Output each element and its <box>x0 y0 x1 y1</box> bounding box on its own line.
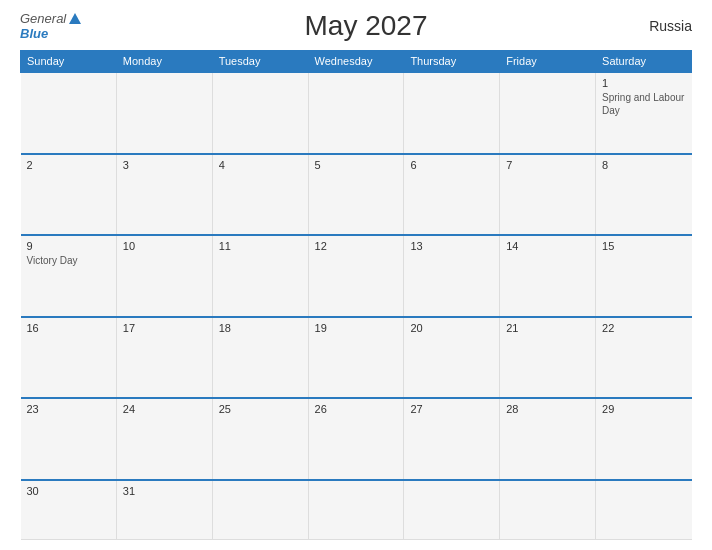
calendar-day-cell <box>596 480 692 540</box>
day-number: 23 <box>27 403 110 415</box>
calendar-table: Sunday Monday Tuesday Wednesday Thursday… <box>20 50 692 540</box>
day-number: 16 <box>27 322 110 334</box>
day-event-label: Spring and Labour Day <box>602 92 684 116</box>
day-number: 2 <box>27 159 110 171</box>
calendar-day-cell: 9Victory Day <box>21 235 117 317</box>
calendar-day-cell <box>116 72 212 154</box>
calendar-day-cell: 3 <box>116 154 212 236</box>
calendar-day-cell: 7 <box>500 154 596 236</box>
day-number: 31 <box>123 485 206 497</box>
calendar-day-cell <box>500 72 596 154</box>
day-number: 4 <box>219 159 302 171</box>
day-number: 7 <box>506 159 589 171</box>
logo-general-text: General <box>20 11 66 26</box>
day-number: 5 <box>315 159 398 171</box>
day-number: 19 <box>315 322 398 334</box>
day-number: 27 <box>410 403 493 415</box>
calendar-day-cell: 14 <box>500 235 596 317</box>
calendar-day-cell: 28 <box>500 398 596 480</box>
calendar-day-cell: 11 <box>212 235 308 317</box>
calendar-day-cell: 23 <box>21 398 117 480</box>
calendar-day-cell: 2 <box>21 154 117 236</box>
calendar-title: May 2027 <box>100 10 632 42</box>
calendar-day-cell: 30 <box>21 480 117 540</box>
day-number: 30 <box>27 485 110 497</box>
day-number: 1 <box>602 77 685 89</box>
day-number: 13 <box>410 240 493 252</box>
calendar-day-cell <box>212 72 308 154</box>
calendar-day-cell: 15 <box>596 235 692 317</box>
header-thursday: Thursday <box>404 51 500 73</box>
calendar-day-cell: 25 <box>212 398 308 480</box>
calendar-week-row: 16171819202122 <box>21 317 692 399</box>
calendar-day-cell <box>308 480 404 540</box>
calendar-day-cell: 21 <box>500 317 596 399</box>
day-event-label: Victory Day <box>27 255 78 266</box>
day-number: 20 <box>410 322 493 334</box>
calendar-day-cell: 17 <box>116 317 212 399</box>
day-number: 24 <box>123 403 206 415</box>
calendar-week-row: 3031 <box>21 480 692 540</box>
calendar-day-cell: 27 <box>404 398 500 480</box>
day-number: 10 <box>123 240 206 252</box>
calendar-day-cell: 5 <box>308 154 404 236</box>
day-number: 12 <box>315 240 398 252</box>
calendar-day-cell: 8 <box>596 154 692 236</box>
day-number: 9 <box>27 240 110 252</box>
header-friday: Friday <box>500 51 596 73</box>
calendar-week-row: 2345678 <box>21 154 692 236</box>
country-label: Russia <box>632 18 692 34</box>
day-number: 17 <box>123 322 206 334</box>
calendar-day-cell: 29 <box>596 398 692 480</box>
header-saturday: Saturday <box>596 51 692 73</box>
calendar-day-cell: 19 <box>308 317 404 399</box>
calendar-day-cell: 10 <box>116 235 212 317</box>
calendar-day-cell: 22 <box>596 317 692 399</box>
day-number: 18 <box>219 322 302 334</box>
calendar-day-cell: 16 <box>21 317 117 399</box>
header: General Blue May 2027 Russia <box>20 10 692 42</box>
day-number: 8 <box>602 159 685 171</box>
day-number: 25 <box>219 403 302 415</box>
header-wednesday: Wednesday <box>308 51 404 73</box>
weekday-header-row: Sunday Monday Tuesday Wednesday Thursday… <box>21 51 692 73</box>
day-number: 26 <box>315 403 398 415</box>
calendar-day-cell <box>212 480 308 540</box>
calendar-week-row: 9Victory Day101112131415 <box>21 235 692 317</box>
header-tuesday: Tuesday <box>212 51 308 73</box>
calendar-week-row: 1Spring and Labour Day <box>21 72 692 154</box>
calendar-day-cell <box>404 480 500 540</box>
calendar-day-cell <box>21 72 117 154</box>
header-monday: Monday <box>116 51 212 73</box>
day-number: 28 <box>506 403 589 415</box>
day-number: 6 <box>410 159 493 171</box>
calendar-day-cell: 20 <box>404 317 500 399</box>
calendar-day-cell: 26 <box>308 398 404 480</box>
calendar-day-cell: 6 <box>404 154 500 236</box>
day-number: 14 <box>506 240 589 252</box>
logo-blue-text: Blue <box>20 26 48 41</box>
day-number: 21 <box>506 322 589 334</box>
day-number: 15 <box>602 240 685 252</box>
calendar-day-cell <box>404 72 500 154</box>
calendar-week-row: 23242526272829 <box>21 398 692 480</box>
calendar-day-cell: 4 <box>212 154 308 236</box>
logo-triangle-icon <box>69 13 81 24</box>
page: General Blue May 2027 Russia Sunday Mond… <box>0 0 712 550</box>
calendar-day-cell: 18 <box>212 317 308 399</box>
calendar-day-cell: 31 <box>116 480 212 540</box>
day-number: 29 <box>602 403 685 415</box>
logo: General Blue <box>20 11 100 41</box>
day-number: 3 <box>123 159 206 171</box>
header-sunday: Sunday <box>21 51 117 73</box>
calendar-day-cell <box>500 480 596 540</box>
calendar-day-cell: 24 <box>116 398 212 480</box>
calendar-day-cell: 12 <box>308 235 404 317</box>
calendar-day-cell: 13 <box>404 235 500 317</box>
calendar-day-cell <box>308 72 404 154</box>
day-number: 11 <box>219 240 302 252</box>
calendar-day-cell: 1Spring and Labour Day <box>596 72 692 154</box>
day-number: 22 <box>602 322 685 334</box>
